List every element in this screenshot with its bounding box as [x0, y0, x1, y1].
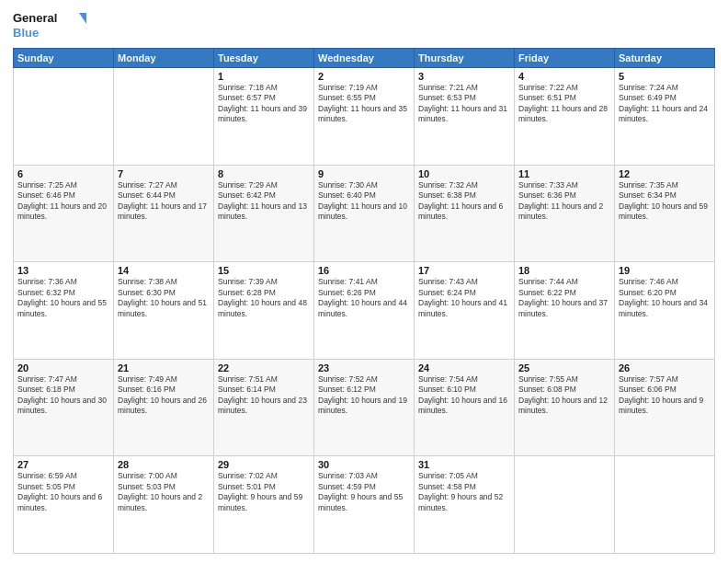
day-number: 11 — [518, 168, 610, 179]
header-monday: Monday — [114, 49, 214, 68]
calendar-cell: 1Sunrise: 7:18 AM Sunset: 6:57 PM Daylig… — [214, 68, 314, 166]
calendar-cell: 29Sunrise: 7:02 AM Sunset: 5:01 PM Dayli… — [214, 456, 314, 554]
day-details: Sunrise: 7:47 AM Sunset: 6:18 PM Dayligh… — [17, 374, 109, 417]
day-number: 27 — [17, 459, 109, 470]
calendar-week-4: 20Sunrise: 7:47 AM Sunset: 6:18 PM Dayli… — [14, 359, 715, 456]
calendar-cell: 20Sunrise: 7:47 AM Sunset: 6:18 PM Dayli… — [14, 359, 114, 456]
calendar-week-3: 13Sunrise: 7:36 AM Sunset: 6:32 PM Dayli… — [14, 262, 715, 360]
logo: General Blue — [13, 9, 86, 42]
day-number: 13 — [17, 265, 109, 276]
calendar-cell: 25Sunrise: 7:55 AM Sunset: 6:08 PM Dayli… — [515, 359, 615, 456]
header-saturday: Saturday — [615, 49, 715, 68]
calendar-cell: 8Sunrise: 7:29 AM Sunset: 6:42 PM Daylig… — [214, 165, 314, 262]
calendar-cell: 30Sunrise: 7:03 AM Sunset: 4:59 PM Dayli… — [314, 456, 415, 554]
header-tuesday: Tuesday — [214, 49, 314, 68]
calendar-cell: 2Sunrise: 7:19 AM Sunset: 6:55 PM Daylig… — [314, 68, 415, 166]
calendar-cell: 7Sunrise: 7:27 AM Sunset: 6:44 PM Daylig… — [114, 165, 214, 262]
day-details: Sunrise: 7:00 AM Sunset: 5:03 PM Dayligh… — [118, 471, 210, 513]
calendar-cell: 12Sunrise: 7:35 AM Sunset: 6:34 PM Dayli… — [615, 165, 715, 262]
day-number: 23 — [318, 362, 410, 373]
day-number: 6 — [17, 168, 109, 179]
day-details: Sunrise: 7:49 AM Sunset: 6:16 PM Dayligh… — [118, 374, 210, 417]
svg-text:Blue: Blue — [13, 26, 39, 40]
day-number: 2 — [318, 71, 410, 82]
day-details: Sunrise: 7:54 AM Sunset: 6:10 PM Dayligh… — [418, 374, 510, 417]
header-wednesday: Wednesday — [314, 49, 415, 68]
calendar-cell: 3Sunrise: 7:21 AM Sunset: 6:53 PM Daylig… — [415, 68, 515, 166]
calendar-cell — [615, 456, 715, 554]
logo-icon: General Blue — [13, 9, 86, 42]
day-details: Sunrise: 7:19 AM Sunset: 6:55 PM Dayligh… — [318, 83, 410, 125]
calendar-cell: 23Sunrise: 7:52 AM Sunset: 6:12 PM Dayli… — [314, 359, 415, 456]
calendar-cell: 31Sunrise: 7:05 AM Sunset: 4:58 PM Dayli… — [415, 456, 515, 554]
day-details: Sunrise: 7:46 AM Sunset: 6:20 PM Dayligh… — [619, 277, 711, 319]
day-details: Sunrise: 7:36 AM Sunset: 6:32 PM Dayligh… — [17, 277, 109, 319]
day-number: 25 — [518, 362, 610, 373]
day-details: Sunrise: 7:43 AM Sunset: 6:24 PM Dayligh… — [418, 277, 510, 319]
day-number: 10 — [418, 168, 510, 179]
day-number: 22 — [218, 362, 310, 373]
calendar-cell: 10Sunrise: 7:32 AM Sunset: 6:38 PM Dayli… — [415, 165, 515, 262]
day-details: Sunrise: 7:05 AM Sunset: 4:58 PM Dayligh… — [418, 471, 510, 513]
day-number: 14 — [118, 265, 210, 276]
calendar-cell: 26Sunrise: 7:57 AM Sunset: 6:06 PM Dayli… — [615, 359, 715, 456]
calendar-cell: 22Sunrise: 7:51 AM Sunset: 6:14 PM Dayli… — [214, 359, 314, 456]
calendar-cell: 18Sunrise: 7:44 AM Sunset: 6:22 PM Dayli… — [515, 262, 615, 360]
day-number: 4 — [518, 71, 610, 82]
calendar-week-5: 27Sunrise: 6:59 AM Sunset: 5:05 PM Dayli… — [14, 456, 715, 554]
calendar-cell: 15Sunrise: 7:39 AM Sunset: 6:28 PM Dayli… — [214, 262, 314, 360]
day-details: Sunrise: 7:38 AM Sunset: 6:30 PM Dayligh… — [118, 277, 210, 319]
day-details: Sunrise: 7:03 AM Sunset: 4:59 PM Dayligh… — [318, 471, 410, 513]
day-details: Sunrise: 7:55 AM Sunset: 6:08 PM Dayligh… — [518, 374, 610, 417]
day-number: 5 — [619, 71, 711, 82]
day-details: Sunrise: 6:59 AM Sunset: 5:05 PM Dayligh… — [17, 471, 109, 513]
day-details: Sunrise: 7:35 AM Sunset: 6:34 PM Dayligh… — [619, 180, 711, 223]
header-sunday: Sunday — [14, 49, 114, 68]
day-details: Sunrise: 7:24 AM Sunset: 6:49 PM Dayligh… — [619, 83, 711, 125]
calendar-cell: 28Sunrise: 7:00 AM Sunset: 5:03 PM Dayli… — [114, 456, 214, 554]
day-details: Sunrise: 7:18 AM Sunset: 6:57 PM Dayligh… — [218, 83, 310, 125]
day-details: Sunrise: 7:52 AM Sunset: 6:12 PM Dayligh… — [318, 374, 410, 417]
calendar-cell: 16Sunrise: 7:41 AM Sunset: 6:26 PM Dayli… — [314, 262, 415, 360]
day-details: Sunrise: 7:02 AM Sunset: 5:01 PM Dayligh… — [218, 471, 310, 513]
day-number: 1 — [218, 71, 310, 82]
day-details: Sunrise: 7:57 AM Sunset: 6:06 PM Dayligh… — [619, 374, 711, 417]
calendar-cell: 11Sunrise: 7:33 AM Sunset: 6:36 PM Dayli… — [515, 165, 615, 262]
day-details: Sunrise: 7:25 AM Sunset: 6:46 PM Dayligh… — [17, 180, 109, 223]
day-details: Sunrise: 7:22 AM Sunset: 6:51 PM Dayligh… — [518, 83, 610, 125]
calendar-cell: 27Sunrise: 6:59 AM Sunset: 5:05 PM Dayli… — [14, 456, 114, 554]
day-details: Sunrise: 7:33 AM Sunset: 6:36 PM Dayligh… — [518, 180, 610, 223]
day-number: 9 — [318, 168, 410, 179]
day-number: 16 — [318, 265, 410, 276]
calendar-cell: 21Sunrise: 7:49 AM Sunset: 6:16 PM Dayli… — [114, 359, 214, 456]
calendar-week-2: 6Sunrise: 7:25 AM Sunset: 6:46 PM Daylig… — [14, 165, 715, 262]
day-number: 30 — [318, 459, 410, 470]
day-number: 12 — [619, 168, 711, 179]
day-number: 7 — [118, 168, 210, 179]
day-number: 29 — [218, 459, 310, 470]
day-details: Sunrise: 7:27 AM Sunset: 6:44 PM Dayligh… — [118, 180, 210, 223]
day-details: Sunrise: 7:29 AM Sunset: 6:42 PM Dayligh… — [218, 180, 310, 223]
day-number: 3 — [418, 71, 510, 82]
day-details: Sunrise: 7:30 AM Sunset: 6:40 PM Dayligh… — [318, 180, 410, 223]
day-number: 19 — [619, 265, 711, 276]
calendar-cell: 9Sunrise: 7:30 AM Sunset: 6:40 PM Daylig… — [314, 165, 415, 262]
day-number: 18 — [518, 265, 610, 276]
page: General Blue Sunday Monday Tuesday Wedne… — [0, 0, 728, 563]
day-details: Sunrise: 7:41 AM Sunset: 6:26 PM Dayligh… — [318, 277, 410, 319]
day-number: 28 — [118, 459, 210, 470]
calendar-cell — [515, 456, 615, 554]
header: General Blue — [13, 9, 715, 42]
calendar-cell: 19Sunrise: 7:46 AM Sunset: 6:20 PM Dayli… — [615, 262, 715, 360]
calendar-cell: 4Sunrise: 7:22 AM Sunset: 6:51 PM Daylig… — [515, 68, 615, 166]
calendar-cell: 5Sunrise: 7:24 AM Sunset: 6:49 PM Daylig… — [615, 68, 715, 166]
day-number: 8 — [218, 168, 310, 179]
day-details: Sunrise: 7:44 AM Sunset: 6:22 PM Dayligh… — [518, 277, 610, 319]
calendar-week-1: 1Sunrise: 7:18 AM Sunset: 6:57 PM Daylig… — [14, 68, 715, 166]
day-details: Sunrise: 7:21 AM Sunset: 6:53 PM Dayligh… — [418, 83, 510, 125]
svg-marker-2 — [79, 13, 86, 24]
day-details: Sunrise: 7:51 AM Sunset: 6:14 PM Dayligh… — [218, 374, 310, 417]
day-details: Sunrise: 7:32 AM Sunset: 6:38 PM Dayligh… — [418, 180, 510, 223]
day-number: 15 — [218, 265, 310, 276]
day-number: 31 — [418, 459, 510, 470]
